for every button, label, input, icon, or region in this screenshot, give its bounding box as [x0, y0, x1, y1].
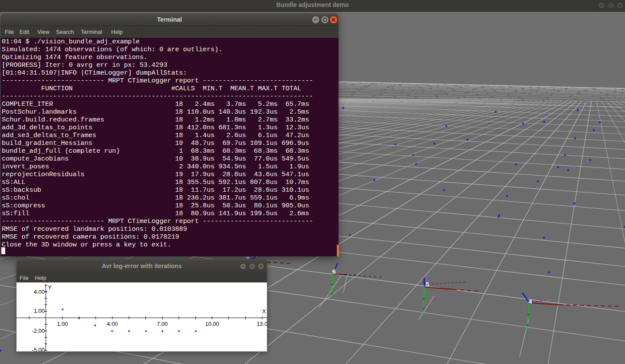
svg-text:5: 5 [426, 280, 429, 288]
svg-text:1.00: 1.00 [34, 308, 45, 314]
svg-text:10.00: 10.00 [205, 321, 220, 327]
svg-text:-5.00: -5.00 [32, 347, 45, 351]
svg-text:X: X [262, 308, 266, 315]
svg-text:4.00: 4.00 [107, 321, 118, 327]
svg-text:-2.00: -2.00 [32, 328, 45, 334]
svg-text:13.0: 13.0 [257, 321, 267, 327]
svg-text:Y: Y [48, 284, 52, 291]
svg-text:1.00: 1.00 [57, 321, 68, 327]
svg-text:6: 6 [332, 268, 336, 275]
svg-text:4.00: 4.00 [34, 289, 45, 295]
svg-text:4: 4 [529, 298, 533, 305]
svg-text:7.00: 7.00 [157, 321, 168, 327]
